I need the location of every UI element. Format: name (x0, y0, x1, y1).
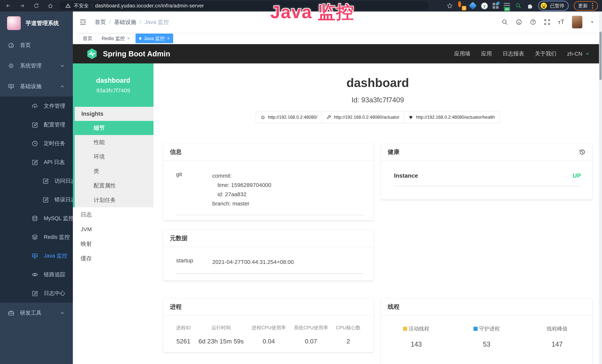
sba-locale-select[interactable]: zh-CN (567, 51, 590, 57)
cpu-cores: CPU核心数 2 (336, 324, 361, 345)
info-card-title: 信息 (163, 144, 374, 161)
url-text[interactable]: dashboard.yudao.iocoder.cn/infra/admin-s… (95, 3, 204, 9)
browser-home-icon[interactable] (47, 3, 54, 9)
tab-java-monitor[interactable]: Java 监控 × (136, 33, 173, 43)
sidebar-item-java-monitor[interactable]: Java 监控 (0, 246, 73, 265)
menu-item-caches[interactable]: 缓存 (73, 251, 153, 266)
tab-redis-monitor[interactable]: Redis 监控 × (98, 33, 133, 43)
sidebar-item-job[interactable]: 定时任务 (0, 134, 73, 153)
sidebar-item-trace[interactable]: 链路追踪 (0, 265, 73, 284)
sidebar-item-api-log[interactable]: API 日志 (0, 153, 73, 171)
sidebar-item-config[interactable]: 配置管理 (0, 115, 73, 134)
menu-item-logs[interactable]: 日志 (73, 207, 153, 222)
metadata-key: startup (176, 257, 212, 267)
cloud-upload-icon (32, 103, 38, 109)
fullscreen-icon[interactable] (544, 19, 550, 25)
menu-item-metrics[interactable]: 性能 (75, 135, 153, 150)
address-bar[interactable]: 不安全 dashboard.yudao.iocoder.cn/infra/adm… (60, 1, 429, 10)
peak-threads-stat: 线程峰值 147 (522, 325, 592, 348)
instance-header[interactable]: dashboard 93a3fc7f7409 (73, 64, 153, 107)
sidebar-item-redis[interactable]: Redis 监控 (0, 228, 73, 246)
health-card-title: 健康 (388, 148, 399, 156)
layers-icon (32, 234, 38, 240)
breadcrumb: 首页 / 基础设施 / Java 监控 (95, 18, 169, 26)
chrome-update-button[interactable]: 更新 (574, 1, 598, 11)
tab-home[interactable]: 首页 (79, 33, 96, 43)
log-edit-icon (42, 196, 49, 203)
sidebar-collapse-icon[interactable] (79, 18, 86, 26)
bookmark-star-icon[interactable] (447, 3, 453, 9)
metadata-value: 2021-04-27T00:44:31.254+08:00 (212, 257, 294, 267)
security-label: 不安全 (74, 2, 89, 9)
sidebar-item-infra[interactable]: 基础设施 (0, 76, 73, 96)
github-icon[interactable] (516, 19, 522, 25)
sidebar-item-access-log[interactable]: 访问日志 (0, 171, 73, 190)
tab-close-icon[interactable]: × (167, 36, 170, 41)
extension-gem-icon[interactable] (470, 3, 476, 9)
menu-item-classes[interactable]: 类 (75, 164, 153, 178)
menu-item-scheduled-tasks[interactable]: 计划任务 (75, 193, 153, 207)
chevron-up-icon (60, 160, 65, 165)
extension-y-icon[interactable]: y (481, 3, 487, 9)
sidebar-logo-row[interactable]: 芋道管理系统 (0, 11, 73, 35)
live-threads-stat: 活动线程 143 (381, 325, 452, 348)
sidebar-item-home[interactable]: 首页 (0, 35, 73, 55)
page-scrollbar[interactable] (599, 11, 602, 364)
font-size-icon[interactable] (558, 19, 565, 25)
search-icon[interactable] (502, 19, 508, 25)
log-edit-icon (32, 290, 38, 297)
sba-nav-about[interactable]: 关于我们 (535, 50, 556, 57)
extension-grid-icon[interactable] (493, 3, 499, 9)
browser-refresh-icon[interactable] (33, 3, 39, 9)
active-tab-dot (139, 37, 141, 40)
menu-item-config-props[interactable]: 配置属性 (75, 178, 153, 193)
browser-forward-icon[interactable] (19, 3, 25, 9)
sidebar-item-dev-tools[interactable]: 研发工具 (0, 303, 73, 323)
sidebar-item-file[interactable]: 文件管理 (0, 96, 73, 115)
process-uptime: 运行时间 6d 23h 15m 59s (199, 324, 244, 345)
sidebar-item-mysql[interactable]: MySQL 监控 (0, 209, 73, 228)
instance-id-subtitle: Id: 93a3fc7f7409 (153, 96, 602, 104)
sba-nav-wallboard[interactable]: 应用墙 (454, 50, 470, 57)
sidebar-item-log-center[interactable]: 日志中心 (0, 284, 73, 303)
instance-name: dashboard (96, 76, 130, 84)
scrollbar-thumb[interactable] (599, 32, 602, 80)
user-avatar[interactable] (572, 16, 582, 28)
menu-item-details[interactable]: 细节 (75, 121, 153, 135)
history-icon[interactable] (579, 149, 586, 156)
threads-card-title: 线程 (381, 299, 592, 316)
breadcrumb-home[interactable]: 首页 (95, 18, 106, 26)
chrome-menu-dots-icon[interactable] (591, 3, 594, 9)
sba-nav-applications[interactable]: 应用 (481, 50, 492, 57)
menu-item-jvm[interactable]: JVM (73, 222, 153, 237)
menu-item-environment[interactable]: 环境 (75, 150, 153, 164)
sba-nav-journal[interactable]: 日志报表 (503, 50, 524, 57)
page-title: dashboard (153, 76, 602, 90)
app-title: 芋道管理系统 (26, 20, 59, 27)
health-url-button[interactable]: http://192.168.0.2:48080/actuator/health (404, 111, 499, 123)
browser-back-icon[interactable] (5, 3, 11, 9)
not-secure-warning-icon[interactable] (65, 3, 71, 9)
profile-paused-chip[interactable]: 已暂停 (538, 1, 569, 11)
extension-magnifier-icon[interactable] (515, 3, 522, 9)
extension-list-icon[interactable]: on (504, 3, 510, 9)
insights-section-label: Insights (75, 107, 153, 121)
sidebar-item-error-log[interactable]: 错误日志 (0, 190, 73, 209)
daemon-threads-swatch (473, 327, 478, 331)
sidebar-item-system[interactable]: 系统管理 (0, 55, 73, 76)
extension-puzzle-icon[interactable] (527, 3, 533, 9)
avatar-caret-icon[interactable] (590, 20, 595, 24)
service-url-button[interactable]: http://192.168.0.2:48080/ (256, 111, 322, 123)
infra-submenu: 文件管理 配置管理 定时任务 API 日志 访问日志 (0, 96, 73, 303)
database-icon (32, 215, 38, 222)
help-icon[interactable] (530, 19, 536, 25)
system-cpu: 系统CPU使用率 0.07 (294, 324, 328, 345)
extension-c-icon[interactable]: 1 (458, 3, 464, 9)
actuator-url-button[interactable]: http://192.168.0.2:48080/actuator (322, 111, 404, 123)
tab-close-icon[interactable]: × (127, 36, 130, 41)
sba-brand[interactable]: Spring Boot Admin (103, 50, 170, 58)
menu-item-mappings[interactable]: 映射 (73, 237, 153, 251)
breadcrumb-section[interactable]: 基础设施 (114, 18, 136, 26)
heart-icon (408, 115, 413, 120)
spring-boot-admin-logo[interactable] (86, 48, 98, 60)
